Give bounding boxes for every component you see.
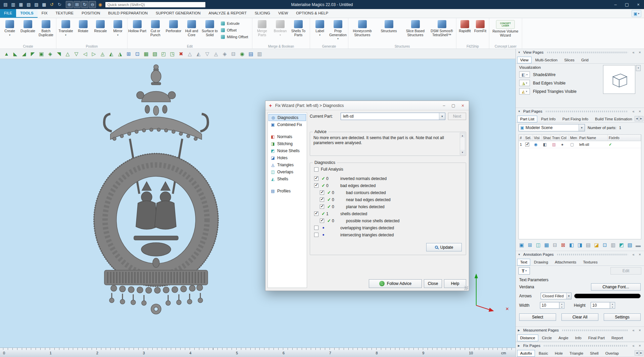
diagnostic-checkbox[interactable]: [314, 226, 318, 230]
tab[interactable]: Distance: [517, 335, 538, 341]
ribbon-button[interactable]: Structures ▾: [376, 19, 402, 44]
new-scene-icon[interactable]: ▤: [2, 1, 9, 8]
tab[interactable]: Part Info: [538, 116, 558, 122]
lasso-select-icon[interactable]: △: [187, 50, 193, 58]
mesh-info-icon[interactable]: ▦: [543, 241, 550, 249]
previous-mark-icon[interactable]: ◁: [82, 50, 88, 58]
minimize-button[interactable]: –: [610, 0, 621, 9]
zoom-to-part-icon[interactable]: ▣: [518, 241, 525, 249]
menu-item[interactable]: FIX: [38, 9, 52, 18]
dialog-maximize-button[interactable]: ▢: [449, 102, 458, 109]
delete-part-icon[interactable]: ⊠: [560, 241, 566, 249]
flip-triangles-icon[interactable]: ▽: [204, 50, 210, 58]
shell-select-icon[interactable]: ◈: [221, 50, 228, 58]
column-header[interactable]: FixInfo: [608, 135, 641, 141]
part-row[interactable]: 1 ◉ ◧ ▨ ● ▢ left-stl ✓: [519, 141, 641, 148]
ribbon-button[interactable]: Perforator ▾: [164, 19, 183, 44]
ribbon-button[interactable]: Rescale ▾: [92, 19, 109, 44]
tab[interactable]: Build Time Estimation: [592, 116, 635, 122]
scene-selector[interactable]: ▣ Modeler Scene ▾: [518, 124, 585, 131]
dialog-close-button[interactable]: ×: [458, 102, 467, 109]
close-icon[interactable]: ×: [638, 109, 642, 113]
diagnostic-checkbox[interactable]: [320, 190, 324, 195]
ribbon-button[interactable]: Batch Duplicate ▾: [37, 19, 55, 44]
spin-up-icon[interactable]: ▲: [610, 302, 615, 305]
tab[interactable]: Textures: [580, 259, 600, 265]
tab[interactable]: Basic: [536, 350, 551, 357]
center-part-icon[interactable]: ⊡: [602, 241, 608, 249]
close-icon[interactable]: ×: [638, 50, 642, 54]
visualization-row[interactable]: ◧ ▾ Shade&Wire: [516, 70, 604, 79]
tab[interactable]: Report: [608, 335, 626, 341]
tab[interactable]: Final Part: [585, 335, 608, 341]
plane-cut-icon[interactable]: ◭: [195, 50, 202, 58]
color-icon[interactable]: ●: [560, 142, 569, 147]
wizard-nav-item[interactable]: ◎ Diagnostics: [268, 114, 306, 121]
wireframe-part-icon[interactable]: ◨: [577, 241, 583, 249]
ribbon-button[interactable]: Surface to Solid ▾: [201, 19, 219, 44]
tab[interactable]: Grid: [578, 57, 592, 63]
inspect-mesh-icon[interactable]: ◉: [239, 50, 245, 58]
dock-icon[interactable]: «: [631, 328, 636, 332]
split-triangle-icon[interactable]: ⊡: [134, 50, 141, 58]
mark-triangles-icon[interactable]: ▲: [3, 50, 10, 58]
annotation-action-button[interactable]: Select: [519, 313, 556, 321]
wizard-nav-item[interactable]: ◨ Stitching: [268, 140, 306, 147]
dialog-titlebar[interactable]: + Fix Wizard (Part: left-stl) > Diagnost…: [265, 101, 469, 110]
change-font-button[interactable]: Change Font...: [591, 283, 641, 291]
collapse-list-icon[interactable]: ▬: [635, 241, 641, 249]
diagnostic-checkbox[interactable]: [314, 233, 318, 237]
resize-grip[interactable]: [464, 286, 468, 290]
arrow-style-dropdown[interactable]: Closed Filled ▾: [541, 293, 572, 299]
diagnostic-checkbox[interactable]: [314, 176, 318, 181]
orient-triangles-icon[interactable]: ◬: [213, 50, 219, 58]
open-file-icon[interactable]: ▥: [10, 1, 17, 8]
height-value[interactable]: 10: [591, 302, 610, 309]
transparency-icon[interactable]: ▨: [551, 142, 560, 147]
tab[interactable]: Drawing: [531, 259, 551, 265]
diagnostic-checkbox[interactable]: [320, 197, 324, 202]
reduce-triangles-icon[interactable]: ▧: [152, 50, 158, 58]
ribbon-button[interactable]: Translate ▾: [57, 19, 75, 44]
update-button[interactable]: Update: [426, 243, 462, 251]
measure-mesh-icon[interactable]: ⊟: [230, 50, 237, 58]
column-header[interactable]: Shad: [542, 135, 551, 141]
menu-item[interactable]: OPTIONS & HELP: [292, 9, 332, 18]
scroll-down-icon[interactable]: ▼: [460, 150, 465, 155]
pan-icon[interactable]: ⊞: [73, 1, 81, 8]
menu-icon[interactable]: ▢: [569, 142, 578, 147]
arrow-color-swatch[interactable]: [574, 294, 641, 298]
collapse-icon[interactable]: ▶: [518, 329, 521, 332]
fill-hole-icon[interactable]: ◭: [108, 50, 114, 58]
remove-part-icon[interactable]: ⊟: [552, 241, 558, 249]
tab[interactable]: Attachments: [552, 259, 579, 265]
close-icon[interactable]: ×: [638, 344, 642, 348]
ribbon-button[interactable]: Slice Based Structures ▾: [402, 19, 429, 44]
menu-item[interactable]: POSITION: [78, 9, 104, 18]
undo-icon[interactable]: ↺: [48, 1, 55, 8]
grid-view-icon[interactable]: ▤: [248, 50, 254, 58]
screen-layout-button[interactable]: ▣ ▾: [632, 10, 641, 17]
diagnostic-checkbox[interactable]: [320, 204, 324, 209]
redo-icon[interactable]: ↻: [56, 1, 63, 8]
tab[interactable]: Circle: [539, 335, 555, 341]
search-options-icon[interactable]: ◉: [97, 1, 104, 8]
diagnostic-checkbox[interactable]: [314, 183, 318, 188]
tab[interactable]: Overlap: [602, 350, 622, 357]
visible-icon[interactable]: ◉: [533, 142, 542, 147]
help-button[interactable]: Help: [444, 279, 466, 288]
menu-item[interactable]: SLICING: [251, 9, 274, 18]
menu-item[interactable]: ANALYZE & REPORT: [205, 9, 251, 18]
ribbon-small-button[interactable]: Extrude: [221, 21, 250, 25]
export-icon[interactable]: ▩: [41, 1, 48, 8]
polygon-select-icon[interactable]: ◈: [47, 50, 53, 58]
save-icon[interactable]: ▦: [17, 1, 24, 8]
ribbon-button[interactable]: FormFit ▾: [473, 19, 488, 44]
menu-item[interactable]: SUPPORT GENERATION: [152, 9, 205, 18]
tab[interactable]: Info: [572, 335, 585, 341]
diagnostic-checkbox[interactable]: [320, 219, 324, 223]
maximize-button[interactable]: ▢: [621, 0, 633, 9]
window-select-icon[interactable]: ▣: [38, 50, 45, 58]
width-stepper[interactable]: 10 ▲ ▼: [540, 302, 564, 309]
wizard-nav-item[interactable]: ◬ Triangles: [268, 161, 306, 168]
